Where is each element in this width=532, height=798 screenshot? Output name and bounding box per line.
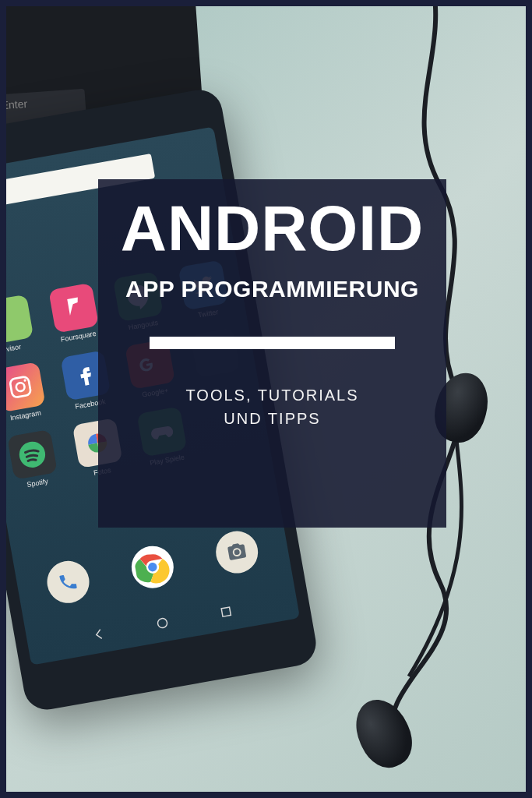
overlay-title: ANDROID	[121, 200, 425, 257]
app-icon	[0, 362, 46, 412]
svg-point-7	[157, 618, 168, 629]
app-item: Spotify	[0, 428, 68, 492]
tagline-line1: TOOLS, TUTORIALS	[185, 387, 358, 404]
dock-camera-icon	[213, 528, 262, 577]
tagline-line2: UND TIPPS	[224, 410, 320, 427]
nav-back-icon	[90, 627, 107, 643]
app-label: Instagram	[9, 409, 41, 422]
overlay-tagline: TOOLS, TUTORIALS UND TIPPS	[185, 383, 358, 430]
app-label: visor	[5, 343, 21, 353]
nav-recent-icon	[218, 604, 234, 620]
phone-nav-bar	[65, 599, 259, 647]
dock-phone-icon	[44, 558, 93, 607]
svg-point-2	[23, 379, 26, 382]
overlay-divider	[150, 337, 395, 349]
dock-chrome-icon	[129, 542, 178, 591]
app-icon	[48, 283, 99, 334]
app-label: Spotify	[26, 477, 49, 489]
nav-home-icon	[154, 615, 171, 631]
phone-dock	[23, 524, 283, 609]
svg-rect-0	[10, 376, 32, 398]
app-item: Instagram	[0, 360, 55, 424]
app-icon	[0, 295, 34, 345]
app-icon	[7, 429, 58, 480]
text-overlay-card: ANDROID APP PROGRAMMIERUNG TOOLS, TUTORI…	[98, 179, 446, 528]
overlay-subtitle: APP PROGRAMMIERUNG	[125, 276, 419, 302]
svg-rect-8	[221, 607, 231, 616]
earbud	[346, 690, 421, 775]
app-item: visor	[0, 293, 44, 357]
svg-point-1	[16, 382, 25, 391]
